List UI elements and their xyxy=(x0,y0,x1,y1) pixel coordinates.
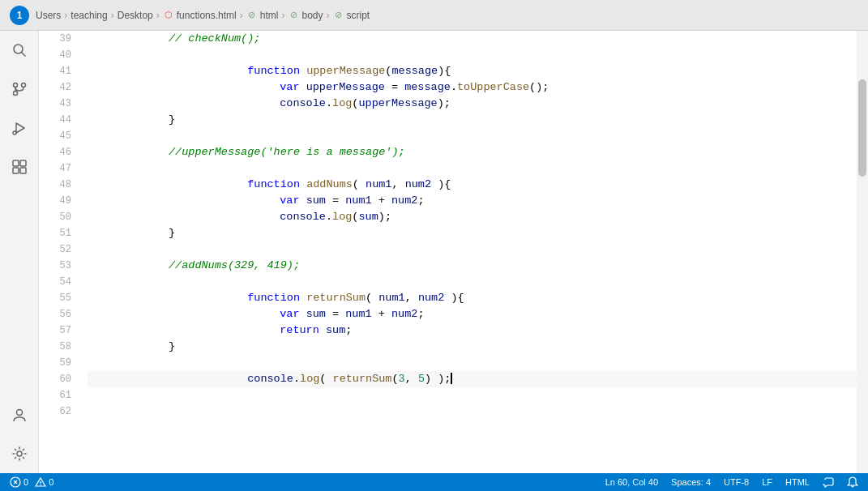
html-tag-icon: ⊘ xyxy=(246,10,258,21)
status-position[interactable]: Ln 60, Col 40 xyxy=(605,477,658,487)
svg-point-2 xyxy=(13,83,17,88)
svg-rect-9 xyxy=(13,160,19,166)
warning-icon xyxy=(35,476,46,488)
svg-rect-12 xyxy=(20,168,26,173)
status-errors[interactable]: 0 xyxy=(10,476,28,488)
svg-point-14 xyxy=(17,451,22,456)
code-line-39: // checkNum(); xyxy=(88,31,857,47)
error-icon xyxy=(10,476,21,488)
code-line-52 xyxy=(88,241,857,258)
code-line-57: return sum; xyxy=(88,322,857,339)
status-warnings[interactable]: 0 xyxy=(35,476,53,488)
extensions-icon[interactable] xyxy=(6,154,32,180)
main-layout: 39 40 41 42 43 44 45 46 47 48 49 50 51 5… xyxy=(0,31,868,473)
scrollbar-track[interactable] xyxy=(857,31,868,473)
status-bell[interactable] xyxy=(847,476,858,488)
cursor xyxy=(451,373,452,384)
breadcrumb-file[interactable]: ⬡ functions.html xyxy=(163,10,237,21)
svg-point-4 xyxy=(13,92,17,96)
warning-count: 0 xyxy=(49,477,53,487)
feedback-icon xyxy=(823,476,834,488)
status-bar: 0 0 Ln 60, Col 40 Spaces: 4 UTF-8 LF HTM… xyxy=(0,473,868,491)
code-line-50: console.log(sum); xyxy=(88,209,857,225)
breadcrumb-body[interactable]: ⊘ body xyxy=(288,10,323,21)
status-feedback[interactable] xyxy=(823,476,834,488)
status-line-ending[interactable]: LF xyxy=(762,477,772,487)
account-icon[interactable] xyxy=(6,402,32,428)
settings-icon[interactable] xyxy=(6,441,32,467)
bell-icon xyxy=(847,476,858,488)
html-file-icon: ⬡ xyxy=(163,10,174,21)
svg-marker-6 xyxy=(16,123,24,133)
scrollbar-thumb[interactable] xyxy=(858,79,866,177)
svg-point-13 xyxy=(16,410,22,416)
svg-rect-10 xyxy=(20,160,26,166)
status-left: 0 0 xyxy=(10,476,53,488)
breadcrumb-teaching[interactable]: teaching xyxy=(71,10,107,21)
status-spaces[interactable]: Spaces: 4 xyxy=(671,477,711,487)
code-line-53: //addNums(329, 419); xyxy=(88,258,857,274)
code-line-46: //upperMessage('here is a message'); xyxy=(88,144,857,160)
breadcrumb: Users › teaching › Desktop › ⬡ functions… xyxy=(36,10,370,21)
svg-point-3 xyxy=(21,83,25,88)
svg-point-7 xyxy=(13,131,16,134)
code-content[interactable]: // checkNum(); function upperMessage(mes… xyxy=(81,31,857,473)
status-right: Ln 60, Col 40 Spaces: 4 UTF-8 LF HTML xyxy=(605,476,858,488)
line-numbers: 39 40 41 42 43 44 45 46 47 48 49 50 51 5… xyxy=(39,31,81,473)
run-debug-icon[interactable] xyxy=(6,115,32,141)
status-language[interactable]: HTML xyxy=(785,477,810,487)
error-count: 0 xyxy=(24,477,28,487)
breadcrumb-desktop[interactable]: Desktop xyxy=(118,10,153,21)
code-line-45 xyxy=(88,128,857,144)
code-editor[interactable]: 39 40 41 42 43 44 45 46 47 48 49 50 51 5… xyxy=(39,31,868,473)
breadcrumb-script[interactable]: ⊘ script xyxy=(333,10,370,21)
source-control-icon[interactable] xyxy=(6,76,32,102)
script-tag-icon: ⊘ xyxy=(333,10,344,21)
app-icon: 1 xyxy=(10,6,29,25)
breadcrumb-html[interactable]: ⊘ html xyxy=(246,10,279,21)
search-icon[interactable] xyxy=(6,37,32,63)
activity-bar xyxy=(0,31,39,473)
breadcrumb-users[interactable]: Users xyxy=(36,10,61,21)
title-bar: 1 Users › teaching › Desktop › ⬡ functio… xyxy=(0,0,868,31)
code-line-60: console.log( returnSum(3, 5) ); xyxy=(88,371,857,387)
editor-area: 39 40 41 42 43 44 45 46 47 48 49 50 51 5… xyxy=(39,31,868,473)
status-encoding[interactable]: UTF-8 xyxy=(724,477,749,487)
svg-line-1 xyxy=(21,53,25,57)
svg-point-19 xyxy=(40,485,41,485)
body-tag-icon: ⊘ xyxy=(288,10,299,21)
code-line-62 xyxy=(88,403,857,420)
svg-rect-11 xyxy=(13,168,19,173)
